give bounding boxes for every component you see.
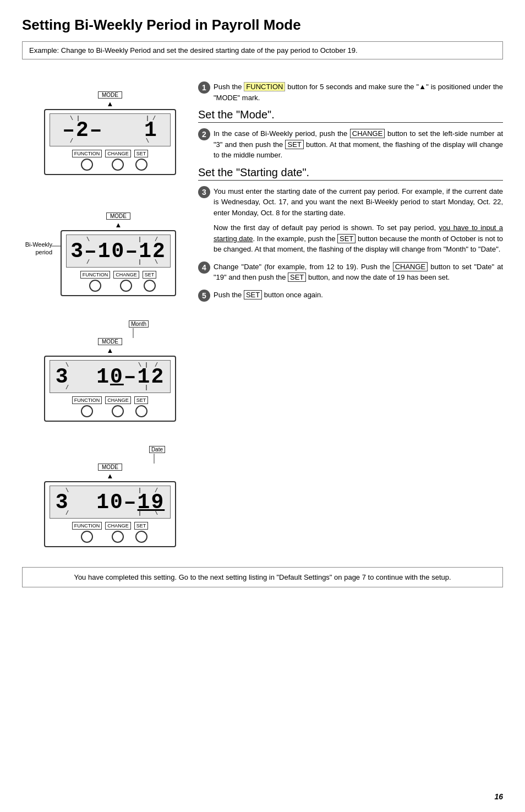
page-number: 16 xyxy=(494,792,503,801)
biweekly-arrow xyxy=(52,242,63,250)
device-3: \ / \ | | / 3 10–12 FUNCTION xyxy=(44,356,176,422)
change-btn-1[interactable] xyxy=(112,159,124,171)
set-btn-1[interactable] xyxy=(135,159,147,171)
function-label-3: FUNCTION xyxy=(72,396,102,404)
devices-column: MODE ▲ \ | / | / \ xyxy=(22,70,182,551)
step-3-text: You must enter the starting date of the … xyxy=(214,186,503,255)
step-1: 1 Push the FUNCTION button for 5 seconds… xyxy=(198,81,503,103)
set-label-1: SET xyxy=(134,150,149,157)
change-btn-2[interactable] xyxy=(120,280,132,292)
set-highlight-3: SET xyxy=(337,234,356,243)
function-btn-1[interactable] xyxy=(81,159,93,171)
step-1-text: Push the FUNCTION button for 5 seconds a… xyxy=(214,81,503,103)
example-text: Example: Change to Bi-Weekly Period and … xyxy=(29,46,358,55)
change-btn-3[interactable] xyxy=(112,405,124,417)
buttons-row-2: FUNCTION CHANGE SET xyxy=(66,271,171,292)
set-btn-3[interactable] xyxy=(135,405,147,417)
underline-text: you have to input a starting date xyxy=(214,224,503,243)
step-number-1: 1 xyxy=(198,81,210,94)
function-label-4: FUNCTION xyxy=(72,522,102,530)
function-highlight: FUNCTION xyxy=(244,82,285,91)
mode-label-1: MODE xyxy=(98,91,122,99)
arrow-2: ▲ xyxy=(115,221,122,229)
set-btn-2[interactable] xyxy=(144,280,156,292)
arrow-1: ▲ xyxy=(107,100,114,108)
buttons-row-1: FUNCTION CHANGE SET xyxy=(50,150,171,171)
change-label-4: CHANGE xyxy=(105,522,131,530)
set-mode-heading: Set the "Mode". xyxy=(198,108,503,123)
arrow-4: ▲ xyxy=(107,472,114,480)
step-number-4: 4 xyxy=(198,261,210,274)
footer-box: You have completed this setting. Go to t… xyxy=(22,567,503,587)
display-4: 3 10–19 xyxy=(56,491,165,514)
set-label-3: SET xyxy=(134,396,149,404)
device-2: \ / | | / \ 3–10–12 FUNCTION C xyxy=(61,230,176,296)
step-4: 4 Change "Date" (for example, from 12 to… xyxy=(198,261,503,283)
change-btn-4[interactable] xyxy=(112,531,124,543)
set-highlight-4: SET xyxy=(288,273,306,282)
change-label-3: CHANGE xyxy=(105,396,131,404)
step-5: 5 Push the SET button once again. xyxy=(198,290,503,302)
change-btn-group-1: CHANGE xyxy=(105,150,131,171)
change-label-2: CHANGE xyxy=(113,271,139,279)
step-5-text: Push the SET button once again. xyxy=(214,290,323,301)
step-2: 2 In the case of Bi-Weekly period, push … xyxy=(198,128,503,161)
display-2: 3–10–12 xyxy=(70,239,166,263)
page-title: Setting Bi-Weekly Period in Payroll Mode xyxy=(22,17,503,34)
set-highlight-2: SET xyxy=(285,140,303,149)
arrow-3: ▲ xyxy=(107,346,114,355)
steps-column: 1 Push the FUNCTION button for 5 seconds… xyxy=(193,70,503,551)
mode-label-2: MODE xyxy=(106,212,130,220)
month-label: Month xyxy=(129,320,149,328)
function-btn-4[interactable] xyxy=(81,531,93,543)
step-2-text: In the case of Bi-Weekly period, push th… xyxy=(214,128,503,161)
function-label-2: FUNCTION xyxy=(80,271,111,279)
step-number-5: 5 xyxy=(198,290,210,302)
example-box: Example: Change to Bi-Weekly Period and … xyxy=(22,41,503,59)
footer-text: You have completed this setting. Go to t… xyxy=(74,573,451,581)
month-arrow xyxy=(128,328,139,339)
change-label-1: CHANGE xyxy=(105,150,131,157)
date-label: Date xyxy=(149,446,165,453)
set-btn-group-1: SET xyxy=(134,150,149,171)
step-number-2: 2 xyxy=(198,128,210,140)
step-3: 3 You must enter the starting date of th… xyxy=(198,186,503,255)
function-btn-2[interactable] xyxy=(89,280,101,292)
change-highlight-4: CHANGE xyxy=(393,262,428,271)
buttons-row-4: FUNCTION CHANGE SET xyxy=(50,522,171,543)
mode-label-3: MODE xyxy=(98,338,122,345)
step-4-text: Change "Date" (for example, from 12 to 1… xyxy=(214,261,503,283)
date-arrow xyxy=(149,454,160,465)
set-label-4: SET xyxy=(134,522,149,530)
set-btn-4[interactable] xyxy=(135,531,147,543)
set-label-2: SET xyxy=(143,271,157,279)
buttons-row-3: FUNCTION CHANGE SET xyxy=(50,396,171,417)
device-1: \ | / | / \ –2– 1 FUNCTIO xyxy=(44,109,176,175)
function-label-1: FUNCTION xyxy=(72,150,102,157)
function-btn-group-1: FUNCTION xyxy=(72,150,102,171)
biweekly-label: Bi-Weeklyperiod xyxy=(22,241,52,257)
set-highlight-5: SET xyxy=(244,290,262,299)
mode-label-4: MODE xyxy=(98,464,122,471)
step-number-3: 3 xyxy=(198,186,210,198)
change-highlight-2: CHANGE xyxy=(350,129,385,138)
set-starting-heading: Set the "Starting date". xyxy=(198,166,503,181)
device-4: \ / | | / \ 3 10–19 FUNCTION xyxy=(44,481,176,547)
function-btn-3[interactable] xyxy=(81,405,93,417)
